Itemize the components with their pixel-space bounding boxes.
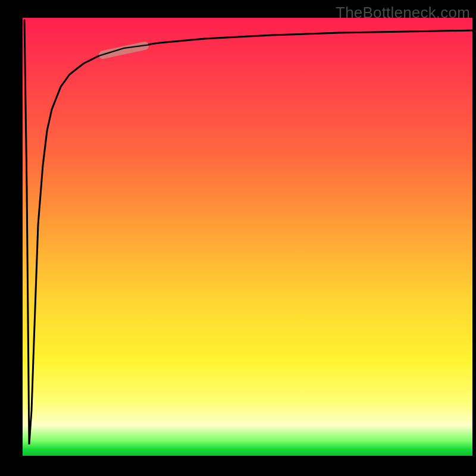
plot-gradient-background (23, 18, 472, 456)
watermark-text: TheBottleneck.com (336, 4, 470, 22)
chart-frame: TheBottleneck.com (0, 0, 476, 476)
